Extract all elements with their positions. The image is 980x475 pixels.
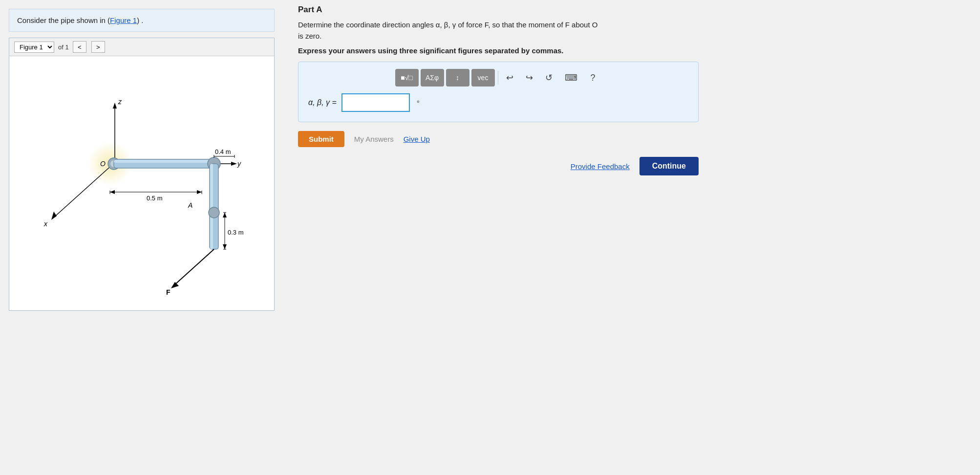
- figure-link[interactable]: Figure 1: [110, 16, 137, 24]
- svg-rect-17: [210, 164, 213, 249]
- svg-line-36: [173, 249, 214, 286]
- keyboard-button[interactable]: ⌨: [560, 69, 582, 86]
- radical-button[interactable]: ■√□: [395, 69, 419, 86]
- undo-icon: ↩: [506, 72, 513, 83]
- svg-text:0.3 m: 0.3 m: [228, 229, 244, 236]
- vec-button[interactable]: vec: [471, 69, 495, 86]
- svg-marker-37: [171, 282, 179, 288]
- svg-text:A: A: [188, 201, 192, 209]
- provide-feedback-link[interactable]: Provide Feedback: [571, 162, 630, 171]
- continue-button[interactable]: Continue: [639, 157, 699, 175]
- problem-statement-box: Consider the pipe shown in (Figure 1) .: [9, 9, 275, 32]
- updown-icon: ↕: [456, 74, 459, 82]
- figure-select[interactable]: Figure 1: [14, 42, 54, 53]
- svg-marker-27: [110, 190, 115, 194]
- problem-text-line1: Determine the coordinate direction angle…: [298, 21, 597, 29]
- answer-box-wrapper: ■√□ ΑΣφ ↕ vec ↩ ↪ ↺ ⌨: [298, 62, 699, 122]
- math-toolbar: ■√□ ΑΣφ ↕ vec ↩ ↪ ↺ ⌨: [308, 69, 688, 86]
- svg-text:y: y: [237, 160, 241, 168]
- left-panel: Consider the pipe shown in (Figure 1) . …: [0, 0, 283, 475]
- action-row: Submit My Answers Give Up: [298, 131, 965, 147]
- instructions-text: Express your answers using three signifi…: [298, 46, 965, 55]
- degree-symbol: °: [417, 99, 420, 107]
- problem-text-after-link: ) .: [137, 16, 143, 24]
- svg-point-19: [209, 207, 219, 218]
- redo-icon: ↪: [526, 72, 533, 83]
- help-icon: ?: [590, 73, 595, 83]
- svg-text:0.4 m: 0.4 m: [215, 148, 231, 155]
- svg-line-7: [54, 165, 112, 217]
- figure-container: Figure 1 of 1 < > z: [9, 38, 275, 311]
- answer-input[interactable]: [341, 93, 410, 112]
- pipe-figure-svg: z y x O: [24, 61, 259, 305]
- answer-input-row: α, β, γ = °: [308, 93, 688, 112]
- figure-header: Figure 1 of 1 < >: [9, 38, 274, 56]
- svg-marker-34: [223, 244, 227, 249]
- problem-text-line2: is zero.: [298, 32, 321, 40]
- svg-text:x: x: [43, 220, 48, 228]
- part-label: Part A: [298, 5, 965, 15]
- my-answers-label: My Answers: [354, 135, 394, 143]
- reset-icon: ↺: [545, 72, 553, 83]
- figure-next-button[interactable]: >: [91, 41, 105, 53]
- svg-marker-33: [223, 213, 227, 217]
- svg-marker-2: [113, 103, 117, 108]
- help-button[interactable]: ?: [584, 69, 602, 86]
- figure-prev-button[interactable]: <: [73, 41, 86, 53]
- bottom-row: Provide Feedback Continue: [298, 157, 699, 175]
- vec-icon: vec: [478, 74, 489, 82]
- symbol-icon: ΑΣφ: [426, 74, 439, 82]
- problem-text: Determine the coordinate direction angle…: [298, 20, 965, 42]
- reset-button[interactable]: ↺: [540, 69, 558, 86]
- svg-text:F: F: [166, 288, 170, 296]
- redo-button[interactable]: ↪: [521, 69, 538, 86]
- radical-icon: ■√□: [401, 74, 413, 82]
- svg-marker-8: [51, 212, 57, 220]
- svg-text:O: O: [100, 160, 106, 168]
- toolbar-separator-1: [498, 71, 498, 85]
- give-up-link[interactable]: Give Up: [404, 135, 430, 143]
- svg-text:0.5 m: 0.5 m: [147, 194, 163, 202]
- answer-label: α, β, γ =: [308, 98, 337, 107]
- keyboard-icon: ⌨: [565, 72, 577, 83]
- svg-marker-5: [231, 162, 237, 166]
- figure-image-area: z y x O: [9, 56, 274, 310]
- figure-of-label: of 1: [58, 43, 69, 51]
- svg-text:z: z: [118, 98, 122, 106]
- problem-text-before-link: Consider the pipe shown in (: [17, 16, 110, 24]
- undo-button[interactable]: ↩: [501, 69, 519, 86]
- updown-button[interactable]: ↕: [446, 69, 469, 86]
- right-panel: Part A Determine the coordinate directio…: [283, 0, 980, 475]
- svg-rect-14: [114, 160, 214, 163]
- symbol-button[interactable]: ΑΣφ: [421, 69, 444, 86]
- submit-button[interactable]: Submit: [298, 131, 344, 147]
- svg-marker-28: [197, 190, 202, 194]
